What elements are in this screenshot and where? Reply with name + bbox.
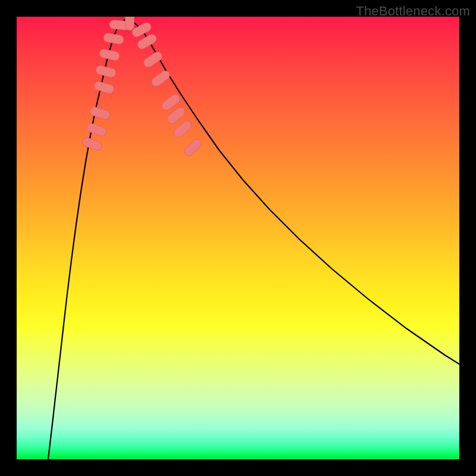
chart-svg	[17, 17, 459, 459]
data-point-marker	[95, 65, 117, 79]
data-point-marker	[142, 50, 164, 68]
data-point-marker	[126, 17, 134, 30]
data-point-marker	[85, 122, 107, 137]
data-point-marker	[150, 69, 171, 88]
data-point-marker	[183, 137, 203, 158]
data-point-marker	[99, 48, 120, 61]
chart-frame: TheBottleneck.com	[0, 0, 476, 476]
data-point-marker	[89, 106, 111, 121]
data-point-marker	[81, 136, 103, 152]
data-point-markers	[81, 17, 203, 158]
data-point-marker	[93, 80, 115, 95]
plot-area	[17, 17, 459, 459]
watermark-text: TheBottleneck.com	[356, 4, 470, 19]
data-point-marker	[103, 33, 124, 45]
